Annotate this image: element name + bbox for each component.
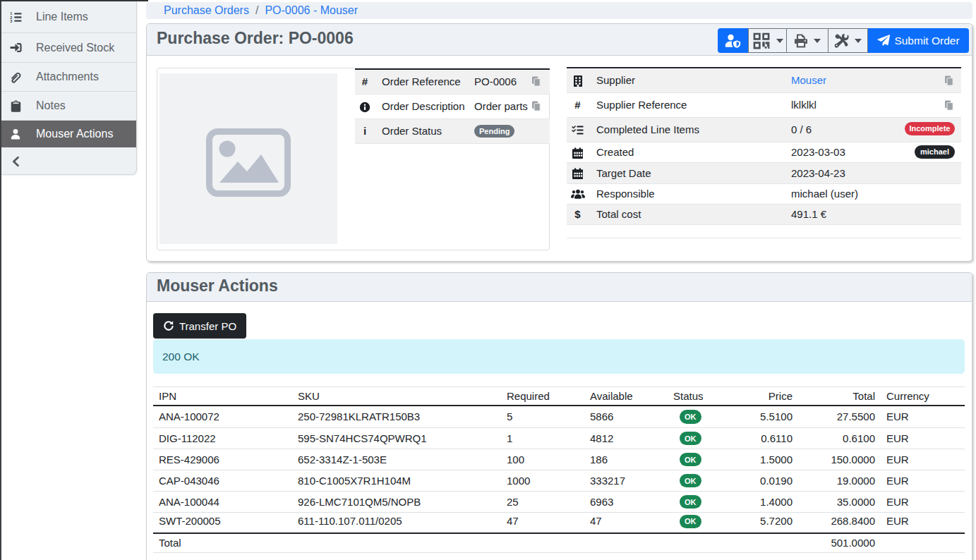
svg-text:3: 3 <box>10 18 12 23</box>
